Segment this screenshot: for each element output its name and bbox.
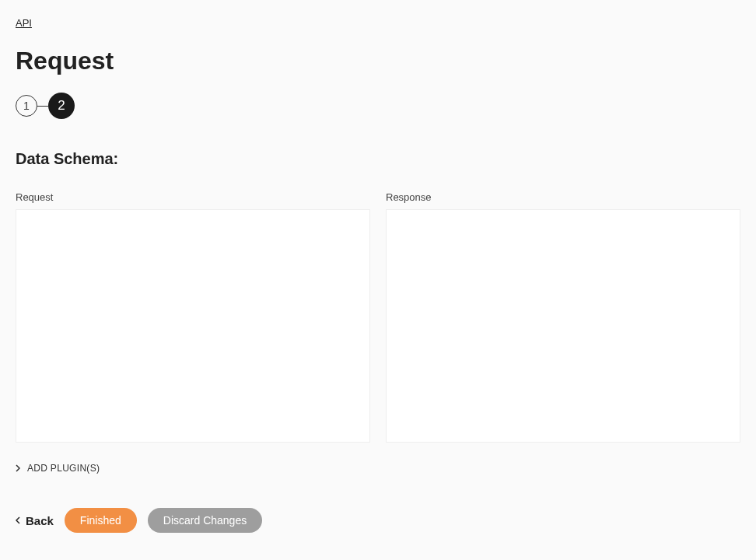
discard-changes-button[interactable]: Discard Changes — [148, 508, 262, 533]
schema-label-request: Request — [16, 191, 370, 203]
back-button[interactable]: Back — [16, 514, 54, 527]
schema-label-response: Response — [386, 191, 740, 203]
request-schema-input[interactable] — [16, 209, 370, 443]
chevron-right-icon — [16, 464, 21, 472]
breadcrumb-api[interactable]: API — [16, 17, 32, 29]
footer-actions: Back Finished Discard Changes — [16, 508, 740, 533]
stepper: 1 2 — [16, 93, 740, 119]
back-label: Back — [26, 514, 54, 527]
section-title-data-schema: Data Schema: — [16, 150, 740, 168]
step-connector — [37, 106, 48, 107]
chevron-left-icon — [16, 516, 21, 524]
finished-button[interactable]: Finished — [65, 508, 137, 533]
schema-row: Request Response — [16, 191, 740, 443]
schema-col-response: Response — [386, 191, 740, 443]
page-title: Request — [16, 47, 740, 75]
response-schema-input[interactable] — [386, 209, 740, 443]
add-plugins-toggle[interactable]: ADD PLUGIN(S) — [16, 463, 740, 474]
schema-col-request: Request — [16, 191, 370, 443]
step-2[interactable]: 2 — [48, 93, 75, 119]
step-1[interactable]: 1 — [16, 95, 37, 117]
add-plugins-label: ADD PLUGIN(S) — [27, 463, 100, 474]
